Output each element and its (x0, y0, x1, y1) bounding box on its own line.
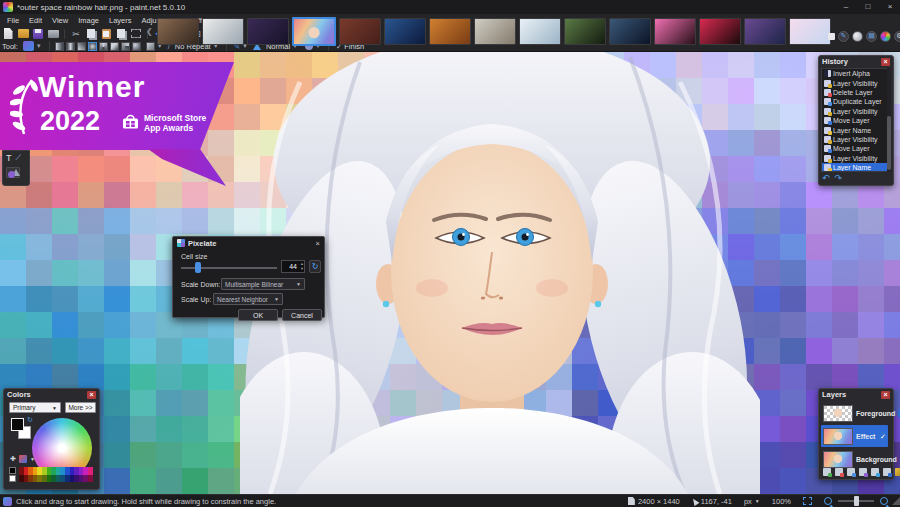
cut-icon[interactable]: ✂ (70, 28, 82, 39)
cancel-button[interactable]: Cancel (282, 309, 322, 321)
unit-dropdown[interactable]: px▼ (744, 497, 760, 506)
image-thumbnail-red-flower-photo[interactable] (699, 18, 741, 45)
close-button[interactable]: × (882, 1, 898, 12)
float-windows-icon[interactable] (828, 33, 835, 40)
menu-item-layers[interactable]: Layers (104, 15, 137, 27)
colors-close-icon[interactable]: × (87, 391, 96, 399)
scroll-left-icon[interactable]: ❮ (146, 27, 153, 36)
down-layer-icon[interactable] (883, 468, 891, 476)
gradient-mode-1-button[interactable] (55, 42, 64, 51)
history-item[interactable]: Duplicate Layer (822, 97, 887, 106)
merge-layer-icon[interactable] (859, 468, 867, 476)
colors-more-button[interactable]: More >> (65, 402, 96, 413)
dialog-close-icon[interactable]: × (316, 239, 320, 248)
image-thumbnail-moon-water-photo[interactable] (609, 18, 651, 45)
history-item[interactable]: Delete Layer (822, 88, 887, 97)
layers-close-icon[interactable]: × (881, 391, 890, 399)
scale-down-dropdown[interactable]: Multisample Bilinear▼ (221, 278, 305, 290)
palette-white-swatch[interactable] (9, 475, 16, 482)
open-icon[interactable] (17, 28, 29, 39)
zoom-out-icon[interactable] (824, 497, 832, 505)
image-thumbnail-animal-photo[interactable] (474, 18, 516, 45)
layer-visibility-checkbox[interactable]: ✓ (878, 432, 887, 441)
image-thumbnail-snow-photo[interactable] (519, 18, 561, 45)
color-mode-select[interactable]: Primary▼ (9, 402, 61, 413)
history-item[interactable]: Layer Visibility (822, 107, 887, 116)
history-item[interactable]: Layer Name (822, 163, 887, 172)
up-layer-icon[interactable] (871, 468, 879, 476)
history-item[interactable]: Layer Name (822, 125, 887, 134)
minimize-button[interactable]: – (838, 1, 854, 12)
resize-grip[interactable] (892, 497, 900, 505)
image-thumbnail-room-photo[interactable] (157, 18, 199, 45)
image-thumbnail-night-city-photo[interactable] (384, 18, 426, 45)
print-icon[interactable] (47, 28, 59, 39)
layer-row-background[interactable]: Background✓ (821, 448, 888, 470)
reset-icon[interactable]: ↻ (309, 260, 321, 273)
shapes-tool-icon[interactable] (6, 167, 20, 178)
history-scrollbar[interactable] (887, 68, 891, 172)
image-thumbnail-galaxy-photo[interactable] (744, 18, 786, 45)
redo-icon[interactable]: ↷ (835, 174, 843, 183)
text-tool-icon[interactable]: T (6, 153, 12, 163)
image-thumbnail-orange-scene-photo[interactable] (429, 18, 471, 45)
history-item[interactable]: Move Layer (822, 116, 887, 125)
maximize-button[interactable]: □ (860, 1, 876, 12)
zoom-in-icon[interactable] (880, 497, 888, 505)
colors-icon[interactable] (880, 31, 891, 42)
chevron-down-icon[interactable]: ▼ (30, 456, 35, 462)
menu-item-view[interactable]: View (47, 15, 73, 27)
primary-color-swatch[interactable] (11, 418, 24, 431)
gradient-mode-2-button[interactable] (66, 42, 75, 51)
gradient-mode-5-button[interactable] (99, 42, 108, 51)
undo-icon[interactable]: ↶ (822, 174, 830, 183)
slider-thumb[interactable] (195, 262, 201, 273)
crop-icon[interactable] (115, 28, 127, 39)
del-layer-icon[interactable] (835, 468, 843, 476)
image-thumbnail-mountain-photo[interactable] (202, 18, 244, 45)
image-thumbnail-pink-cat-photo[interactable] (654, 18, 696, 45)
paste-icon[interactable] (100, 28, 112, 39)
active-tool-dropdown[interactable]: ▼ (21, 40, 44, 52)
palette-color[interactable] (88, 475, 93, 483)
gradient-mode-8-button[interactable] (132, 42, 141, 51)
line-curve-tool-icon[interactable]: ⟋ (16, 153, 22, 163)
gradient-mode-3-button[interactable] (77, 42, 86, 51)
image-thumbnail-valley-photo[interactable] (564, 18, 606, 45)
deselect-icon[interactable] (130, 28, 142, 39)
palette-black-swatch[interactable] (9, 467, 16, 474)
zoom-slider[interactable] (838, 500, 874, 502)
history-item[interactable]: Invert Alpha (822, 69, 887, 78)
history-close-icon[interactable]: × (881, 58, 890, 66)
dup-layer-icon[interactable] (847, 468, 855, 476)
ok-button[interactable]: OK (238, 309, 278, 321)
spinner-arrows[interactable]: ▲▼ (299, 261, 305, 272)
save-icon[interactable] (32, 28, 44, 39)
history-item[interactable]: Move Layer (822, 144, 887, 153)
layers-icon[interactable]: ▤ (866, 31, 877, 42)
add-palette-icon[interactable]: ✚ (10, 455, 16, 463)
image-thumbnail-rainbow-hair-photo[interactable] (292, 17, 336, 46)
gradient-mode-6-button[interactable] (110, 42, 119, 51)
new-icon[interactable] (2, 28, 14, 39)
gradient-mode-7-button[interactable] (121, 42, 130, 51)
menu-item-image[interactable]: Image (73, 15, 104, 27)
copy-icon[interactable] (85, 28, 97, 39)
gradient-mode-4-button[interactable] (88, 42, 97, 51)
menu-item-file[interactable]: File (2, 15, 24, 27)
settings-icon[interactable]: ⚙ (894, 31, 900, 42)
menu-item-edit[interactable]: Edit (24, 15, 47, 27)
zoom-to-window-icon[interactable] (803, 497, 812, 505)
palette-icon[interactable] (19, 455, 27, 463)
dialog-title-bar[interactable]: Pixelate × (173, 237, 324, 249)
image-thumbnail-red-rock-photo[interactable] (339, 18, 381, 45)
swap-colors-icon[interactable]: ↻ (27, 416, 33, 424)
zoom-slider-thumb[interactable] (854, 496, 859, 506)
history-item[interactable]: Layer Visibility (822, 154, 887, 163)
history-item[interactable]: Layer Visibility (822, 78, 887, 87)
history-icon[interactable] (852, 31, 863, 42)
scale-up-dropdown[interactable]: Nearest Neighbor▼ (213, 293, 283, 305)
layer-row-effect[interactable]: Effect✓ (821, 425, 888, 447)
add-layer-icon[interactable] (823, 468, 831, 476)
props-layer-icon[interactable] (895, 468, 900, 476)
